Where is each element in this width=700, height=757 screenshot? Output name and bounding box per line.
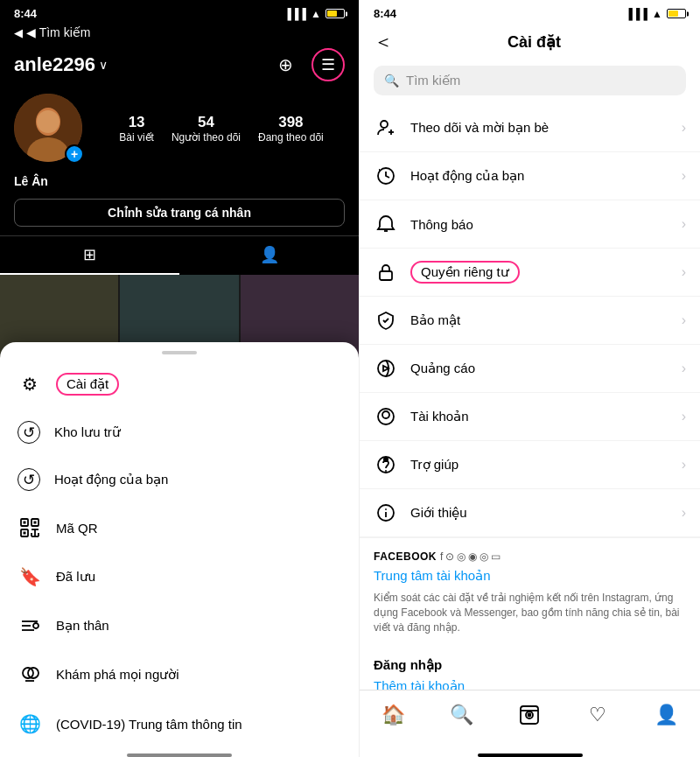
stat-posts: 13 Bài viết: [119, 114, 154, 144]
account-center-link[interactable]: Trung tâm tài khoản: [374, 568, 686, 584]
left-header-row: anle2296 ∨ ⊕ ☰: [0, 45, 359, 88]
login-section: Đăng nhập Thêm tài khoản: [360, 648, 700, 690]
following-label: Đang theo dõi: [258, 131, 324, 144]
svg-rect-9: [24, 532, 26, 535]
hoat-dong-label: Hoạt động của bạn: [410, 168, 682, 184]
khampha-label: Khám phá mọi người: [56, 667, 179, 683]
activity-icon: ↺: [18, 468, 40, 491]
discover-icon: [18, 662, 42, 687]
facebook-brand: FACEBOOK: [374, 550, 437, 563]
settings-item-quyen-rieng-tu[interactable]: Quyền riêng tư ›: [360, 249, 700, 297]
nav-profile-button[interactable]: 👤: [650, 699, 682, 731]
nav-likes-button[interactable]: ♡: [582, 699, 613, 731]
sheet-item-khamphamoi[interactable]: Khám phá mọi người: [0, 650, 359, 699]
svg-rect-7: [24, 522, 26, 524]
chevron-right-icon-6: ›: [682, 361, 686, 376]
sheet-item-kho[interactable]: ↺ Kho lưu trữ: [0, 409, 359, 456]
avatar-add-button[interactable]: +: [65, 144, 84, 164]
nav-reels-button[interactable]: [514, 699, 545, 731]
covid-label: (COVID-19) Trung tâm thông tin: [56, 717, 242, 732]
right-back-button[interactable]: ＜: [374, 29, 393, 55]
right-nav-row: ＜ Cài đặt: [360, 24, 700, 60]
svg-rect-8: [34, 522, 37, 524]
sheet-item-daluu[interactable]: 🔖 Đã lưu: [0, 552, 359, 601]
edit-profile-button[interactable]: Chỉnh sửa trang cá nhân: [14, 199, 345, 227]
settings-item-bao-mat[interactable]: Bảo mật ›: [360, 297, 700, 345]
add-post-button[interactable]: ⊕: [271, 51, 299, 79]
ads-icon: [374, 356, 398, 381]
bottom-sheet: ⚙ Cài đặt ↺ Kho lưu trữ ↺ Hoạt động của …: [0, 342, 359, 757]
settings-item-theo-doi[interactable]: Theo dõi và mời bạn bè ›: [360, 104, 700, 152]
tab-grid[interactable]: ⊞: [0, 236, 179, 275]
signal-icon: ▐▐▐: [284, 8, 307, 20]
followers-count: 54: [198, 114, 214, 131]
left-panel: 8:44 ▐▐▐ ▲ ◀ ◀ Tìm kiếm anle2296 ∨ ⊕ ☰: [0, 0, 359, 757]
account-icon: [374, 404, 398, 429]
chevron-right-icon: ›: [682, 120, 686, 136]
about-icon: [374, 501, 398, 525]
login-title: Đăng nhập: [374, 657, 686, 673]
svg-point-34: [385, 470, 387, 472]
svg-point-18: [33, 623, 38, 628]
search-input[interactable]: Tìm kiếm: [406, 73, 460, 88]
right-panel: 8:44 ▐▐▐ ▲ ＜ Cài đặt 🔍 Tìm kiếm: [359, 0, 700, 757]
followers-label: Người theo dõi: [172, 131, 241, 144]
chevron-right-icon-2: ›: [682, 168, 686, 184]
kho-label: Kho lưu trữ: [54, 424, 121, 440]
username-row: anle2296 ∨: [14, 53, 108, 76]
portal-icon: ▭: [491, 550, 500, 563]
theo-doi-label: Theo dõi và mời bạn bè: [410, 120, 682, 136]
username-text: anle2296: [14, 53, 95, 76]
bao-mat-label: Bảo mật: [410, 312, 682, 328]
sheet-item-cai-dat[interactable]: ⚙ Cài đặt: [0, 360, 359, 409]
thong-bao-label: Thông báo: [410, 217, 682, 232]
svg-point-22: [381, 121, 388, 128]
left-back-nav[interactable]: ◀ ◀ Tìm kiếm: [0, 24, 359, 45]
settings-item-hoat-dong[interactable]: Hoạt động của bạn ›: [360, 152, 700, 200]
nav-home-button[interactable]: 🏠: [378, 699, 410, 731]
gioi-thieu-label: Giới thiệu: [410, 505, 682, 521]
profile-tabs: ⊞ 👤: [0, 235, 359, 275]
sheet-item-banthan[interactable]: Bạn thân: [0, 601, 359, 650]
qr-icon: [18, 515, 42, 540]
menu-button[interactable]: ☰: [312, 48, 345, 81]
chevron-down-icon[interactable]: ∨: [99, 58, 108, 72]
quang-cao-label: Quảng cáo: [410, 361, 682, 376]
svg-point-30: [382, 411, 389, 418]
right-battery-icon: [667, 9, 686, 18]
cai-dat-label: Cài đặt: [56, 373, 119, 396]
settings-item-tai-khoan[interactable]: Tài khoản ›: [360, 393, 700, 441]
home-indicator-left: [127, 753, 232, 757]
settings-item-thong-bao[interactable]: Thông báo ›: [360, 200, 700, 249]
quyen-rieng-tu-label: Quyền riêng tư: [410, 261, 520, 284]
right-page-title: Cài đặt: [402, 32, 667, 52]
nav-search-button[interactable]: 🔍: [446, 699, 478, 731]
stats-group: 13 Bài viết 54 Người theo dõi 398 Đang t…: [98, 114, 345, 144]
sheet-item-qr[interactable]: Mã QR: [0, 503, 359, 552]
right-time: 8:44: [374, 7, 396, 20]
add-account-link[interactable]: Thêm tài khoản: [374, 678, 465, 690]
svg-point-3: [37, 110, 60, 133]
svg-point-40: [528, 714, 531, 717]
following-count: 398: [278, 114, 303, 131]
settings-item-tro-giup[interactable]: Trợ giúp ›: [360, 441, 700, 489]
right-search-box[interactable]: 🔍 Tìm kiếm: [374, 66, 686, 95]
facebook-section: FACEBOOK f ⊙ ◎ ◉ ◎ ▭ Trung tâm tài khoản…: [360, 537, 700, 648]
oculus-icon: ◎: [480, 550, 488, 563]
bottom-nav: 🏠 🔍 ♡ 👤: [360, 690, 700, 748]
profile-name: Lê Ân: [0, 172, 359, 195]
home-indicator-right: [478, 753, 583, 757]
facebook-header: FACEBOOK f ⊙ ◎ ◉ ◎ ▭: [374, 550, 686, 563]
sheet-item-covid[interactable]: 🌐 (COVID-19) Trung tâm thông tin: [0, 699, 359, 748]
tab-tagged[interactable]: 👤: [179, 236, 359, 275]
settings-item-quang-cao[interactable]: Quảng cáo ›: [360, 345, 700, 393]
svg-point-37: [386, 509, 387, 510]
battery-icon: [326, 9, 345, 18]
right-wifi-icon: ▲: [652, 8, 662, 20]
follow-invite-icon: [374, 116, 398, 140]
sheet-item-hoatdong[interactable]: ↺ Hoạt động của bạn: [0, 456, 359, 503]
notification-icon: [374, 212, 398, 236]
saved-icon: 🔖: [18, 564, 42, 589]
settings-item-gioi-thieu[interactable]: Giới thiệu ›: [360, 489, 700, 537]
chevron-right-icon-3: ›: [682, 216, 686, 232]
